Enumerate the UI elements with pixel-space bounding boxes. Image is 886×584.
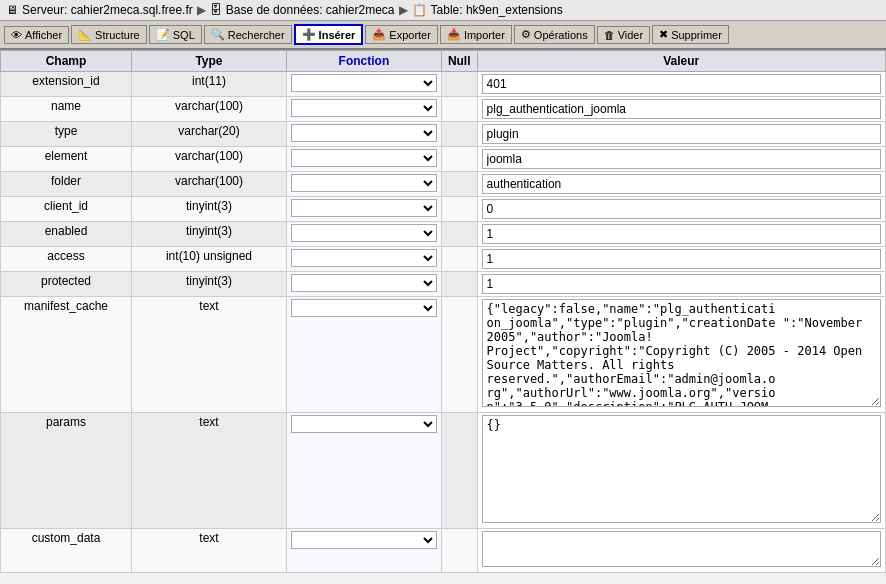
fonction-select[interactable] [291, 274, 437, 292]
type-cell: text [132, 529, 287, 573]
fonction-cell[interactable] [286, 72, 441, 97]
value-cell[interactable] [477, 147, 885, 172]
table-row: enabledtinyint(3) [1, 222, 886, 247]
header-fonction: Fonction [286, 51, 441, 72]
value-textarea[interactable] [482, 531, 881, 567]
value-input[interactable] [482, 124, 881, 144]
toolbar-icon-3: 🔍 [211, 28, 225, 41]
table-row: client_idtinyint(3) [1, 197, 886, 222]
fonction-select[interactable] [291, 199, 437, 217]
toolbar-btn-exporter[interactable]: 📤Exporter [365, 25, 438, 44]
fonction-cell[interactable] [286, 247, 441, 272]
table-row: elementvarchar(100) [1, 147, 886, 172]
fonction-cell[interactable] [286, 413, 441, 529]
toolbar-icon-7: ⚙ [521, 28, 531, 41]
toolbar-icon-0: 👁 [11, 29, 22, 41]
value-input[interactable] [482, 99, 881, 119]
value-cell[interactable]: {} [477, 413, 885, 529]
fonction-select[interactable] [291, 149, 437, 167]
fonction-select[interactable] [291, 74, 437, 92]
value-input[interactable] [482, 224, 881, 244]
type-cell: varchar(100) [132, 97, 287, 122]
null-cell [441, 222, 477, 247]
fonction-select[interactable] [291, 531, 437, 549]
toolbar-btn-sql[interactable]: 📝SQL [149, 25, 202, 44]
fonction-cell[interactable] [286, 172, 441, 197]
table-row: protectedtinyint(3) [1, 272, 886, 297]
value-cell[interactable]: {"legacy":false,"name":"plg_authenticati… [477, 297, 885, 413]
fonction-select[interactable] [291, 224, 437, 242]
null-cell [441, 413, 477, 529]
fonction-select[interactable] [291, 124, 437, 142]
fonction-select[interactable] [291, 415, 437, 433]
value-textarea[interactable]: {"legacy":false,"name":"plg_authenticati… [482, 299, 881, 407]
value-cell[interactable] [477, 272, 885, 297]
toolbar-icon-5: 📤 [372, 28, 386, 41]
value-cell[interactable] [477, 122, 885, 147]
field-name-cell: access [1, 247, 132, 272]
type-cell: tinyint(3) [132, 222, 287, 247]
type-cell: int(10) unsigned [132, 247, 287, 272]
toolbar-icon-8: 🗑 [604, 29, 615, 41]
value-cell[interactable] [477, 72, 885, 97]
null-cell [441, 272, 477, 297]
title-bar: 🖥 Serveur: cahier2meca.sql.free.fr ▶ 🗄 B… [0, 0, 886, 21]
value-input[interactable] [482, 249, 881, 269]
field-name-cell: extension_id [1, 72, 132, 97]
null-cell [441, 297, 477, 413]
value-cell[interactable] [477, 247, 885, 272]
field-name-cell: element [1, 147, 132, 172]
toolbar-icon-9: ✖ [659, 28, 668, 41]
fonction-select[interactable] [291, 99, 437, 117]
fonction-cell[interactable] [286, 222, 441, 247]
value-cell[interactable] [477, 97, 885, 122]
toolbar-btn-structure[interactable]: 📐Structure [71, 25, 147, 44]
toolbar-btn-importer[interactable]: 📥Importer [440, 25, 512, 44]
fonction-cell[interactable] [286, 272, 441, 297]
value-cell[interactable] [477, 197, 885, 222]
field-name-cell: custom_data [1, 529, 132, 573]
null-cell [441, 147, 477, 172]
table-row: foldervarchar(100) [1, 172, 886, 197]
value-cell[interactable] [477, 529, 885, 573]
table-row: accessint(10) unsigned [1, 247, 886, 272]
fonction-cell[interactable] [286, 197, 441, 222]
fonction-select[interactable] [291, 299, 437, 317]
fonction-cell[interactable] [286, 97, 441, 122]
fonction-select[interactable] [291, 174, 437, 192]
table-label: Table: hk9en_extensions [431, 3, 563, 17]
type-cell: varchar(100) [132, 147, 287, 172]
type-cell: varchar(100) [132, 172, 287, 197]
null-cell [441, 529, 477, 573]
value-textarea[interactable]: {} [482, 415, 881, 523]
toolbar-icon-6: 📥 [447, 28, 461, 41]
toolbar-btn-afficher[interactable]: 👁Afficher [4, 26, 69, 44]
null-cell [441, 97, 477, 122]
value-input[interactable] [482, 199, 881, 219]
fonction-cell[interactable] [286, 529, 441, 573]
toolbar-icon-2: 📝 [156, 28, 170, 41]
null-cell [441, 122, 477, 147]
value-input[interactable] [482, 274, 881, 294]
value-cell[interactable] [477, 172, 885, 197]
server-label: Serveur: cahier2meca.sql.free.fr [22, 3, 193, 17]
toolbar-btn-opérations[interactable]: ⚙Opérations [514, 25, 595, 44]
value-input[interactable] [482, 74, 881, 94]
toolbar-btn-vider[interactable]: 🗑Vider [597, 26, 650, 44]
fonction-select[interactable] [291, 249, 437, 267]
fonction-cell[interactable] [286, 122, 441, 147]
toolbar-btn-rechercher[interactable]: 🔍Rechercher [204, 25, 292, 44]
header-type: Type [132, 51, 287, 72]
value-cell[interactable] [477, 222, 885, 247]
db-icon: 🗄 [210, 3, 222, 17]
table-icon: 📋 [412, 3, 427, 17]
toolbar-btn-insérer[interactable]: ➕Insérer [294, 24, 364, 45]
value-input[interactable] [482, 149, 881, 169]
field-name-cell: folder [1, 172, 132, 197]
toolbar-btn-supprimer[interactable]: ✖Supprimer [652, 25, 729, 44]
value-input[interactable] [482, 174, 881, 194]
fonction-cell[interactable] [286, 147, 441, 172]
fonction-cell[interactable] [286, 297, 441, 413]
table-row: paramstext{} [1, 413, 886, 529]
toolbar: 👁Afficher📐Structure📝SQL🔍Rechercher➕Insér… [0, 21, 886, 50]
